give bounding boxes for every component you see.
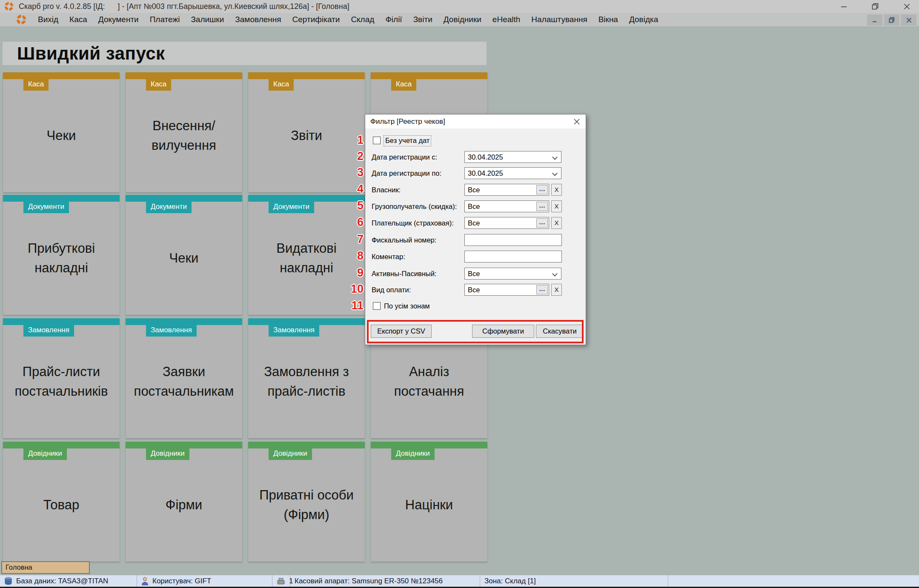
status-bar: База даних: TASA3@TITANКористувач: GIFT1…	[0, 575, 919, 587]
chevron-down-icon[interactable]	[552, 154, 558, 160]
lookup-field-10[interactable]: Все…	[464, 284, 549, 296]
tile-довідники-3[interactable]: ДовідникиПриватні особи (Фірми)	[248, 442, 365, 562]
lookup-field-6[interactable]: Все…	[464, 217, 549, 229]
tile-label: Націнки	[371, 448, 487, 562]
window-title: Скарб pro v. 4.0.2.85 [ІД: ] - [Апт №003…	[19, 2, 349, 11]
field-label: Дата регистрации по:	[372, 167, 441, 179]
tile-label: Прайс-листи постачальників	[3, 325, 120, 438]
menu-item-14[interactable]: Вікна	[593, 13, 624, 26]
checkbox-1[interactable]	[373, 137, 381, 144]
menu-item-1[interactable]: Вихід	[32, 13, 64, 26]
menu-item-13[interactable]: Налаштування	[526, 13, 593, 26]
tile-category-bar	[126, 318, 242, 325]
title-bar: Скарб pro v. 4.0.2.85 [ІД: ] - [Апт №003…	[0, 0, 919, 13]
tile-category-bar	[126, 195, 242, 202]
annotation-number-9: 9	[346, 266, 364, 280]
form-report-button[interactable]: Сформувати	[472, 325, 534, 338]
lookup-browse-button[interactable]: …	[536, 202, 548, 211]
tile-category-bar	[3, 318, 120, 325]
menu-item-2[interactable]: Каса	[64, 13, 93, 26]
tab-main[interactable]: Головна	[1, 561, 90, 574]
checkbox-11[interactable]	[373, 302, 381, 310]
mdi-minimize-button[interactable]	[867, 14, 882, 26]
tile-довідники-1[interactable]: ДовідникиТовар	[3, 442, 120, 562]
annotation-number-10: 10	[346, 283, 364, 296]
tile-category-bar	[3, 195, 120, 202]
lookup-browse-button[interactable]: …	[536, 285, 548, 294]
field-label: Плательщик (страховая):	[372, 217, 454, 229]
tile-замовлення-2[interactable]: ЗамовленняЗаявки постачальникам	[126, 318, 242, 438]
mdi-restore-button[interactable]	[884, 14, 899, 26]
menu-bar: ВихідКасаДокументиПлатежіЗалишкиЗамовлен…	[0, 13, 919, 27]
status-text: Зона: Склад [1]	[484, 577, 536, 585]
dialog-title: Фильтр [Реестр чеков]	[370, 117, 445, 126]
tile-label: Товар	[3, 448, 120, 562]
tile-label: Приватні особи (Фірми)	[248, 448, 365, 562]
chevron-down-icon[interactable]	[552, 271, 558, 277]
menu-item-15[interactable]: Довідка	[624, 13, 664, 26]
lookup-clear-button[interactable]: X	[551, 184, 562, 196]
export-csv-button[interactable]: Експорт у CSV	[371, 325, 432, 338]
tile-label: Внесення/вилучення	[126, 79, 242, 192]
tile-документи-2[interactable]: ДокументиЧеки	[126, 195, 242, 315]
lookup-browse-button[interactable]: …	[536, 185, 548, 194]
tile-label: Чеки	[3, 79, 120, 192]
mdi-close-button[interactable]	[901, 14, 916, 26]
database-icon	[4, 577, 12, 585]
minimize-button[interactable]	[839, 2, 848, 11]
annotation-number-6: 6	[346, 216, 364, 229]
dialog-close-icon[interactable]	[572, 117, 581, 126]
menu-item-4[interactable]: Платежі	[144, 13, 186, 26]
checkbox-label[interactable]: По усім зонам	[384, 301, 430, 311]
status-section-5: Зона: Склад [1]	[480, 575, 668, 587]
menu-item-10[interactable]: Звіти	[408, 13, 438, 26]
tile-довідники-4[interactable]: ДовідникиНацінки	[371, 442, 487, 562]
field-label: Вид оплати:	[372, 284, 411, 296]
menu-item-8[interactable]: Склад	[345, 13, 380, 26]
tile-category-bar	[126, 442, 242, 448]
tile-category-bar	[248, 318, 365, 325]
lookup-browse-button[interactable]: …	[536, 218, 548, 228]
restore-button[interactable]	[870, 2, 880, 11]
annotation-number-1: 1	[346, 134, 364, 147]
tile-замовлення-3[interactable]: ЗамовленняЗамовлення з прайс-листів	[248, 318, 365, 438]
dialog-title-bar[interactable]: Фильтр [Реестр чеков]	[365, 114, 586, 128]
checkbox-label[interactable]: Без учета дат	[384, 136, 431, 146]
menu-item-11[interactable]: Довідники	[438, 13, 487, 26]
lookup-field-4[interactable]: Все…	[464, 184, 549, 196]
tile-замовлення-1[interactable]: ЗамовленняПрайс-листи постачальників	[3, 318, 120, 438]
combo-field-3[interactable]: 30.04.2025	[464, 167, 561, 179]
tile-каса-2[interactable]: КасаВнесення/вилучення	[126, 72, 242, 192]
lookup-clear-button[interactable]: X	[551, 217, 562, 229]
quick-launch-header: Швидкий запуск	[3, 42, 487, 65]
text-input-8[interactable]	[464, 251, 562, 263]
tile-label: Фірми	[126, 448, 242, 562]
menu-item-5[interactable]: Залишки	[185, 13, 229, 26]
menu-item-9[interactable]: Філії	[380, 13, 407, 26]
tile-каса-1[interactable]: КасаЧеки	[3, 72, 120, 192]
menu-item-12[interactable]: eHealth	[487, 13, 526, 26]
field-label: Коментар:	[372, 251, 405, 263]
status-section-1: База даних: TASA3@TITAN	[0, 575, 137, 587]
menu-item-3[interactable]: Документи	[93, 13, 144, 26]
lookup-clear-button[interactable]: X	[551, 284, 562, 296]
lookup-clear-button[interactable]: X	[551, 200, 562, 212]
lookup-field-5[interactable]: Все…	[464, 200, 549, 212]
tile-документи-1[interactable]: ДокументиПрибуткові накладні	[3, 195, 120, 315]
menu-item-7[interactable]: Сертифікати	[287, 13, 346, 26]
cancel-button[interactable]: Скасувати	[536, 325, 584, 338]
field-label: Грузополучатель (скидка):	[372, 200, 457, 212]
combo-field-9[interactable]: Все	[464, 268, 561, 280]
tile-довідники-2[interactable]: ДовідникиФірми	[126, 442, 242, 562]
combo-value: 30.04.2025	[468, 153, 503, 161]
chevron-down-icon[interactable]	[552, 171, 558, 176]
text-input-7[interactable]	[464, 234, 562, 246]
combo-value: 30.04.2025	[468, 169, 503, 177]
app-window: Скарб pro v. 4.0.2.85 [ІД: ] - [Апт №003…	[0, 0, 919, 588]
menu-item-6[interactable]: Замовлення	[229, 13, 286, 26]
close-button[interactable]	[902, 2, 911, 11]
tile-label: Прибуткові накладні	[3, 202, 120, 315]
combo-value: Все	[468, 270, 480, 277]
combo-field-2[interactable]: 30.04.2025	[464, 151, 561, 163]
status-section-4: Касовий апарат: Samsung ER-350 №123456	[290, 575, 480, 587]
